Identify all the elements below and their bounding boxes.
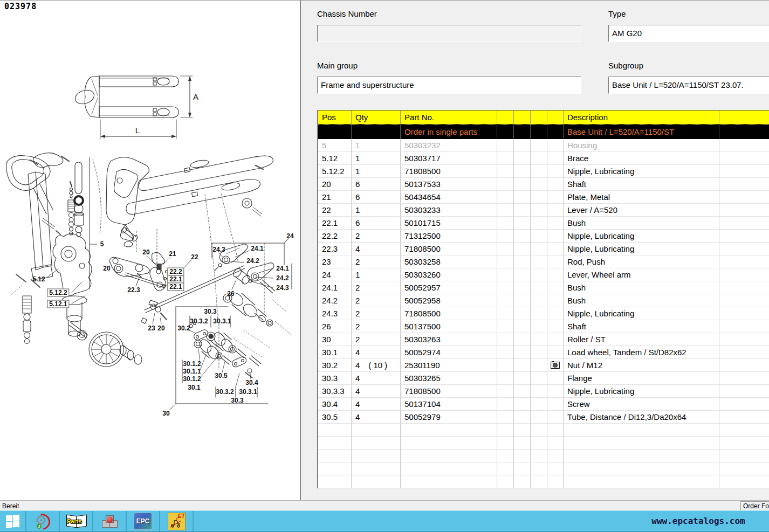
website-text: www.epcatalogs.com	[636, 516, 760, 526]
start-button[interactable]	[0, 511, 26, 531]
table-row[interactable]: 23250303258Rod, Push	[318, 255, 769, 268]
table-row[interactable]: 24150303260Lever, Wheel arm	[318, 268, 769, 281]
table-row[interactable]: 22150303233Lever / A=520	[318, 204, 769, 217]
pump-assembly	[6, 153, 101, 344]
epc-application-window: 023978	[0, 0, 769, 532]
column-header-part[interactable]: Part No.	[401, 110, 497, 125]
column-header-spare3[interactable]	[531, 110, 547, 125]
column-header-spare1[interactable]	[497, 110, 514, 125]
table-row[interactable]: 24.1250052957Bush	[318, 281, 769, 294]
exploded-parts-drawing	[0, 1, 300, 500]
column-header-spare2[interactable]	[514, 110, 531, 125]
parts-table-rows: 5150303232Housing5.12150303717Brace5.12.…	[318, 139, 769, 488]
table-row[interactable]: 30.1450052974Load wheel, Tandem / St/D82…	[318, 346, 769, 359]
taskbar-item-settings-app[interactable]: ⚙J	[26, 511, 60, 531]
main-group-label: Main group	[317, 61, 358, 70]
order-row-description: Base Unit / L=520/A=1150/ST	[564, 125, 719, 139]
taskbar-item-parts-catalog[interactable]: Parts	[60, 511, 93, 531]
parts-book-icon: Parts	[66, 514, 86, 529]
table-row-empty[interactable]	[318, 437, 769, 450]
table-row[interactable]: 5.12.2171808500Nipple, Lubricating	[318, 165, 769, 178]
chassis-number-field[interactable]	[317, 25, 581, 42]
status-bar: Bereit Order For	[0, 500, 769, 511]
chassis-number-label: Chassis Number	[317, 9, 377, 18]
taskbar: ⚙J Parts EPC ET	[0, 510, 769, 532]
column-header-extra[interactable]	[719, 110, 769, 125]
status-text: Bereit	[2, 502, 19, 510]
table-row[interactable]: 22.1650101715Bush	[318, 217, 769, 230]
steer-wheel	[69, 322, 142, 367]
table-row-empty[interactable]	[318, 424, 769, 437]
subgroup-field[interactable]: Base Unit / L=520/A=1150/ST 23.07.	[608, 77, 769, 94]
taskbar-item-components-app[interactable]	[93, 511, 127, 531]
table-row[interactable]: 24.2250052958Bush	[318, 294, 769, 307]
main-group-field[interactable]: Frame and superstructure	[317, 77, 581, 94]
truck-frame	[106, 156, 273, 323]
table-row[interactable]: 30250303263Roller / ST	[318, 333, 769, 346]
table-row[interactable]: 30.24( 10 )25301190Nut / M12	[318, 359, 769, 372]
parts-table: Pos Qty Part No. Description Order in si…	[317, 110, 769, 488]
table-row[interactable]: 20650137533Shaft	[318, 178, 769, 191]
table-row[interactable]: 24.3271808500Nipple, Lubricating	[318, 307, 769, 320]
cubes-icon	[100, 513, 119, 530]
column-header-description[interactable]: Description	[564, 110, 719, 125]
column-header-image[interactable]	[547, 110, 564, 125]
table-row-empty[interactable]	[318, 475, 769, 488]
linkage-group	[109, 226, 191, 291]
table-row-empty[interactable]	[318, 462, 769, 475]
diagram-panel: 023978	[0, 1, 300, 500]
parts-table-header: Pos Qty Part No. Description	[318, 110, 769, 125]
epc-icon: EPC	[134, 513, 152, 530]
gear-icon: ⚙J	[33, 512, 52, 530]
column-header-qty[interactable]: Qty	[352, 110, 401, 125]
type-label: Type	[608, 9, 626, 18]
table-row-empty[interactable]	[318, 450, 769, 462]
forklift-et-icon: ET	[168, 513, 186, 530]
windows-logo-icon	[6, 515, 20, 528]
table-row[interactable]: 22.2271312500Nipple, Lubricating	[318, 230, 769, 243]
camera-icon[interactable]	[551, 362, 560, 369]
subgroup-label: Subgroup	[608, 61, 643, 70]
order-single-parts-row[interactable]: Order in single parts Base Unit / L=520/…	[318, 125, 769, 139]
table-row[interactable]: 26250137500Shaft	[318, 320, 769, 333]
column-header-pos[interactable]: Pos	[318, 110, 352, 125]
table-row[interactable]: 30.5450052979Tube, Distance / Di12,3/Da2…	[318, 411, 769, 424]
table-row[interactable]: 22.3471808500Nipple, Lubricating	[318, 243, 769, 255]
table-row[interactable]: 21650434654Plate, Metal	[318, 191, 769, 204]
taskbar-item-epc[interactable]: EPC	[127, 511, 160, 531]
table-row[interactable]: 5.12150303717Brace	[318, 152, 769, 165]
type-field[interactable]: AM G20	[608, 25, 769, 42]
taskbar-item-et-catalog[interactable]: ET	[160, 511, 194, 531]
table-row[interactable]: 30.4450137104Screw	[318, 398, 769, 411]
parts-panel: Chassis Number Type AM G20 Main group Fr…	[301, 1, 769, 500]
fork-top-view	[73, 76, 193, 139]
table-row[interactable]: 30.3.3471808500Nipple, Lubricating	[318, 385, 769, 398]
table-row[interactable]: 5150303232Housing	[318, 139, 769, 152]
table-row[interactable]: 30.3450303265Flange	[318, 372, 769, 385]
status-pane-order-form: Order For	[740, 501, 769, 511]
order-single-parts-link[interactable]: Order in single parts	[401, 125, 497, 139]
